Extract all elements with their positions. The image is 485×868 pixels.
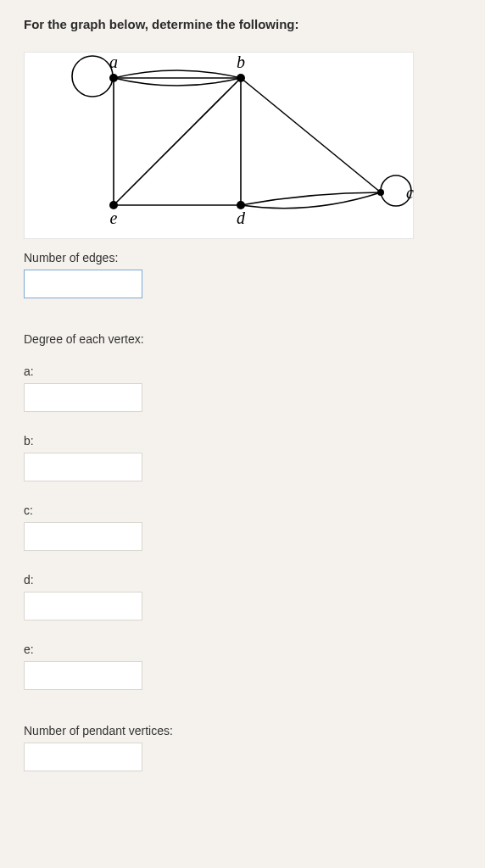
vertex-label-e: e <box>110 209 118 227</box>
vertex-label-d: d <box>237 209 246 227</box>
svg-point-11 <box>377 189 384 196</box>
svg-point-7 <box>109 74 118 82</box>
graph-svg: a b e d c <box>25 53 415 235</box>
pendant-input[interactable] <box>24 743 142 771</box>
degree-e-input[interactable] <box>24 661 142 690</box>
vertex-label-c: c <box>406 183 414 202</box>
degree-a-input[interactable] <box>24 383 142 412</box>
degree-a-label: a: <box>24 364 461 378</box>
pendant-label: Number of pendant vertices: <box>24 724 461 737</box>
num-edges-label: Number of edges: <box>24 251 461 264</box>
svg-line-6 <box>241 78 381 192</box>
question-prompt: For the graph below, determine the follo… <box>24 17 461 31</box>
degree-header: Degree of each vertex: <box>24 332 461 346</box>
vertex-label-a: a <box>109 53 118 71</box>
degree-d-label: d: <box>24 573 461 587</box>
svg-point-0 <box>72 56 113 97</box>
degree-e-label: e: <box>24 643 461 656</box>
graph-figure: a b e d c <box>24 52 414 239</box>
vertex-label-b: b <box>237 53 245 71</box>
svg-point-8 <box>237 74 245 82</box>
num-edges-input[interactable] <box>24 270 142 298</box>
svg-line-4 <box>114 78 241 205</box>
degree-b-label: b: <box>24 434 461 448</box>
degree-b-input[interactable] <box>24 453 142 481</box>
degree-c-label: c: <box>24 504 461 517</box>
degree-d-input[interactable] <box>24 592 142 620</box>
degree-c-input[interactable] <box>24 522 142 551</box>
